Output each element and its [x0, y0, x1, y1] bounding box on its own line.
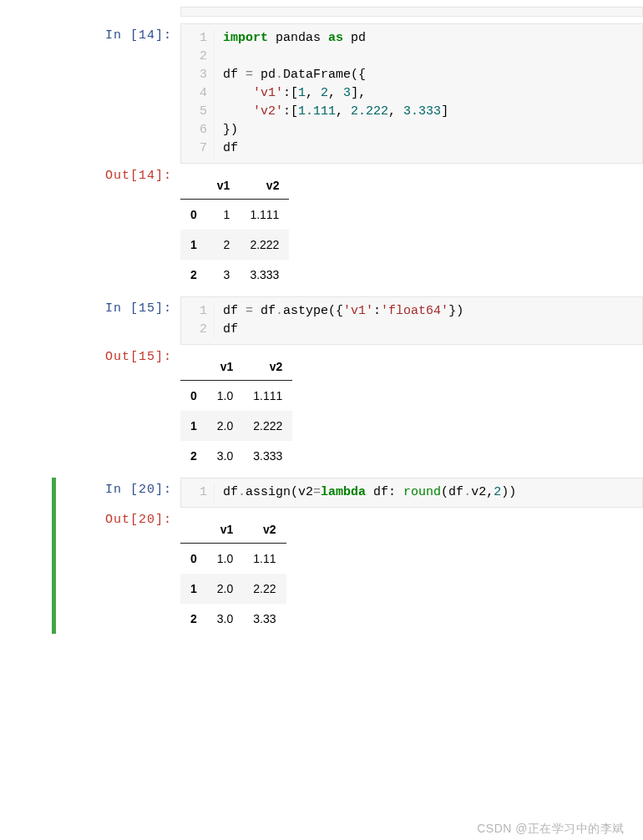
table-cell: 2.222: [240, 230, 289, 260]
table-cell: 2.22: [243, 574, 286, 604]
table-cell: 3.333: [240, 260, 289, 290]
table-cell: 1.0: [207, 544, 243, 574]
table-cell: 3.0: [207, 604, 243, 634]
row-index: 1: [180, 411, 207, 441]
line-gutter: 1: [181, 483, 215, 502]
row-index: 0: [180, 544, 207, 574]
row-index: 0: [180, 381, 207, 412]
output-area: Out[15]:v1v201.01.11112.02.22223.03.333: [57, 345, 643, 471]
output-area: Out[20]:v1v201.01.1112.02.2223.03.33: [57, 508, 643, 634]
row-index: 2: [180, 260, 207, 290]
out-prompt: Out[15]:: [57, 345, 180, 367]
table-cell: 3: [207, 260, 240, 290]
table-row: 23.03.33: [180, 604, 286, 634]
out-prompt: Out[14]:: [57, 164, 180, 186]
notebook: In [14]:1234567import pandas as pd df = …: [0, 0, 643, 634]
table-cell: 2.222: [243, 411, 292, 441]
table-cell: 3.333: [243, 441, 292, 471]
dataframe-table: v1v2011.111122.222233.333: [180, 172, 289, 290]
table-row: 233.333: [180, 260, 289, 290]
input-area: In [20]:1df.assign(v2=lambda df: round(d…: [57, 478, 643, 508]
in-prompt: In [14]:: [57, 23, 180, 46]
code-block[interactable]: 12df = df.astype({'v1':'float64'}) df: [180, 296, 643, 345]
row-index: 1: [180, 230, 207, 260]
table-row: 01.01.11: [180, 544, 286, 574]
table-row: 011.111: [180, 200, 289, 230]
table-cell: 3.33: [243, 604, 286, 634]
table-cell: 3.0: [207, 441, 243, 471]
col-header: v2: [243, 516, 286, 544]
code-content[interactable]: df = df.astype({'v1':'float64'}) df: [215, 302, 642, 339]
notebook-cell[interactable]: In [14]:1234567import pandas as pd df = …: [52, 23, 643, 290]
input-area: In [15]:12df = df.astype({'v1':'float64'…: [57, 296, 643, 345]
output-content: v1v2011.111122.222233.333: [180, 164, 289, 290]
code-block[interactable]: 1234567import pandas as pd df = pd.DataF…: [180, 23, 643, 164]
input-area: In [14]:1234567import pandas as pd df = …: [57, 23, 643, 164]
table-row: 23.03.333: [180, 441, 292, 471]
table-row: 01.01.111: [180, 381, 292, 412]
col-header: v1: [207, 353, 243, 381]
table-row: 122.222: [180, 230, 289, 260]
watermark: CSDN @正在学习中的李斌: [477, 822, 625, 837]
code-content[interactable]: import pandas as pd df = pd.DataFrame({ …: [215, 29, 642, 158]
table-cell: 1: [207, 200, 240, 230]
table-cell: 2.0: [207, 574, 243, 604]
output-content: v1v201.01.1112.02.2223.03.33: [180, 508, 286, 634]
col-header: v1: [207, 516, 243, 544]
line-gutter: 12: [181, 302, 215, 339]
output-area: Out[14]:v1v2011.111122.222233.333: [57, 164, 643, 290]
row-index: 2: [180, 604, 207, 634]
in-prompt: In [15]:: [57, 296, 180, 319]
col-header: v1: [207, 172, 240, 200]
table-cell: 2: [207, 230, 240, 260]
notebook-cell[interactable]: In [20]:1df.assign(v2=lambda df: round(d…: [52, 478, 643, 634]
code-content[interactable]: df.assign(v2=lambda df: round(df.v2,2)): [215, 483, 642, 502]
line-gutter: 1234567: [181, 29, 215, 158]
partial-cell-fragment: [180, 7, 643, 17]
table-cell: 1.0: [207, 381, 243, 412]
row-index: 2: [180, 441, 207, 471]
dataframe-table: v1v201.01.11112.02.22223.03.333: [180, 353, 292, 471]
table-row: 12.02.22: [180, 574, 286, 604]
notebook-cell[interactable]: In [15]:12df = df.astype({'v1':'float64'…: [52, 296, 643, 471]
col-header: v2: [240, 172, 289, 200]
table-cell: 2.0: [207, 411, 243, 441]
cells-container: In [14]:1234567import pandas as pd df = …: [52, 23, 643, 634]
dataframe-table: v1v201.01.1112.02.2223.03.33: [180, 516, 286, 634]
table-cell: 1.11: [243, 544, 286, 574]
table-row: 12.02.222: [180, 411, 292, 441]
code-block[interactable]: 1df.assign(v2=lambda df: round(df.v2,2)): [180, 478, 643, 508]
table-cell: 1.111: [243, 381, 292, 412]
row-index: 0: [180, 200, 207, 230]
output-content: v1v201.01.11112.02.22223.03.333: [180, 345, 292, 471]
in-prompt: In [20]:: [57, 478, 180, 500]
row-index: 1: [180, 574, 207, 604]
out-prompt: Out[20]:: [57, 508, 180, 530]
table-cell: 1.111: [240, 200, 289, 230]
col-header: v2: [243, 353, 292, 381]
